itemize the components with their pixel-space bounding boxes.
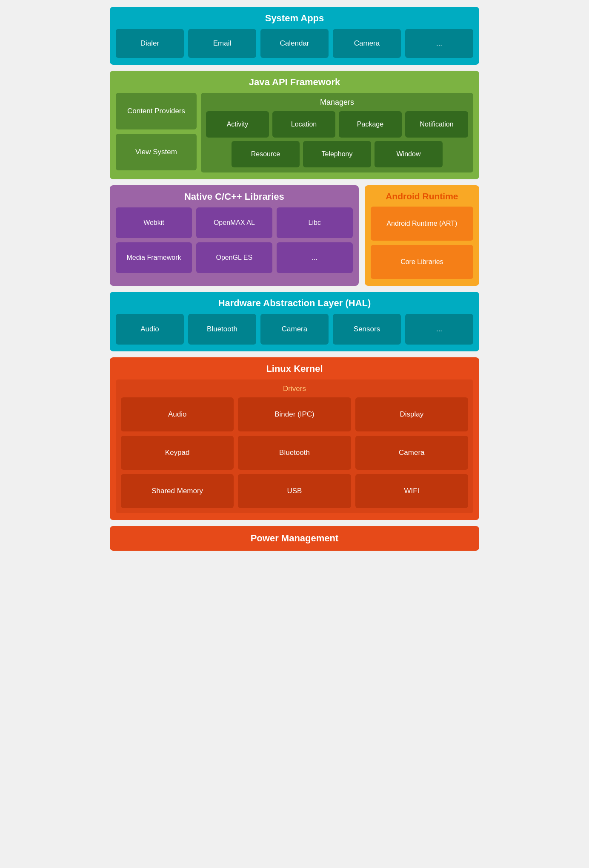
- power-management-title: Power Management: [117, 533, 472, 544]
- core-libraries-cell: Core Libraries: [371, 245, 473, 279]
- telephony-manager: Telephony: [303, 141, 371, 167]
- email-cell: Email: [188, 29, 256, 58]
- camera-cell: Camera: [333, 29, 401, 58]
- dialer-cell: Dialer: [116, 29, 184, 58]
- hal-sensors-cell: Sensors: [333, 314, 401, 345]
- hal-row: Audio Bluetooth Camera Sensors ...: [116, 314, 473, 345]
- hal-layer: Hardware Abstraction Layer (HAL) Audio B…: [110, 292, 479, 351]
- driver-shared-memory: Shared Memory: [121, 474, 234, 508]
- calendar-cell: Calendar: [260, 29, 329, 58]
- native-layer: Native C/C++ Libraries Webkit OpenMAX AL…: [110, 185, 359, 286]
- hal-audio-cell: Audio: [116, 314, 184, 345]
- driver-binder: Binder (IPC): [238, 397, 351, 431]
- native-title: Native C/C++ Libraries: [116, 191, 353, 202]
- native-more-cell: ...: [277, 242, 353, 273]
- driver-camera: Camera: [355, 436, 468, 470]
- linux-kernel-title: Linux Kernel: [116, 363, 473, 374]
- window-manager: Window: [375, 141, 443, 167]
- drivers-section: Drivers Audio Binder (IPC) Display Keypa…: [116, 379, 473, 513]
- driver-wifi: WIFI: [355, 474, 468, 508]
- system-apps-layer: System Apps Dialer Email Calendar Camera…: [110, 7, 479, 65]
- art-cell: Android Runtime (ART): [371, 207, 473, 241]
- location-manager: Location: [272, 111, 335, 138]
- opengl-cell: OpenGL ES: [196, 242, 272, 273]
- java-api-title: Java API Framework: [116, 77, 473, 88]
- linux-inner: Drivers Audio Binder (IPC) Display Keypa…: [116, 379, 473, 513]
- android-runtime-title: Android Runtime: [371, 191, 473, 201]
- webkit-cell: Webkit: [116, 207, 192, 238]
- more-apps-cell: ...: [405, 29, 473, 58]
- driver-display: Display: [355, 397, 468, 431]
- android-runtime-layer: Android Runtime Android Runtime (ART) Co…: [365, 185, 479, 286]
- hal-bluetooth-cell: Bluetooth: [188, 314, 256, 345]
- runtime-grid: Android Runtime (ART) Core Libraries: [371, 207, 473, 279]
- driver-usb: USB: [238, 474, 351, 508]
- native-runtime-row: Native C/C++ Libraries Webkit OpenMAX AL…: [110, 185, 479, 286]
- hal-title: Hardware Abstraction Layer (HAL): [116, 298, 473, 309]
- java-left-column: Content Providers View System: [116, 93, 197, 172]
- system-apps-title: System Apps: [116, 13, 473, 24]
- android-architecture-diagram: System Apps Dialer Email Calendar Camera…: [103, 0, 486, 558]
- content-providers-cell: Content Providers: [121, 98, 192, 124]
- package-manager: Package: [339, 111, 402, 138]
- libc-cell: Libc: [277, 207, 353, 238]
- resource-manager: Resource: [232, 141, 300, 167]
- native-grid: Webkit OpenMAX AL Libc Media Framework O…: [116, 207, 353, 273]
- driver-bluetooth: Bluetooth: [238, 436, 351, 470]
- java-api-inner: Content Providers View System Managers A…: [116, 93, 473, 172]
- power-management-layer: Power Management: [110, 526, 479, 551]
- openmax-cell: OpenMAX AL: [196, 207, 272, 238]
- managers-row1: Activity Location Package Notification: [206, 111, 468, 138]
- java-api-layer: Java API Framework Content Providers Vie…: [110, 71, 479, 179]
- notification-manager: Notification: [405, 111, 468, 138]
- view-system-box: View System: [116, 134, 197, 170]
- driver-keypad: Keypad: [121, 436, 234, 470]
- drivers-grid: Audio Binder (IPC) Display Keypad Blueto…: [121, 397, 468, 508]
- hal-more-cell: ...: [405, 314, 473, 345]
- system-apps-row: Dialer Email Calendar Camera ...: [116, 29, 473, 58]
- driver-audio: Audio: [121, 397, 234, 431]
- hal-camera-cell: Camera: [260, 314, 329, 345]
- managers-title: Managers: [206, 98, 468, 107]
- managers-row2: Resource Telephony Window: [206, 141, 468, 167]
- activity-manager: Activity: [206, 111, 269, 138]
- drivers-title: Drivers: [121, 385, 468, 393]
- managers-section: Managers Activity Location Package Notif…: [201, 93, 473, 172]
- media-framework-cell: Media Framework: [116, 242, 192, 273]
- linux-kernel-layer: Linux Kernel Drivers Audio Binder (IPC) …: [110, 357, 479, 520]
- view-system-cell: View System: [121, 139, 192, 165]
- content-providers-box: Content Providers: [116, 93, 197, 129]
